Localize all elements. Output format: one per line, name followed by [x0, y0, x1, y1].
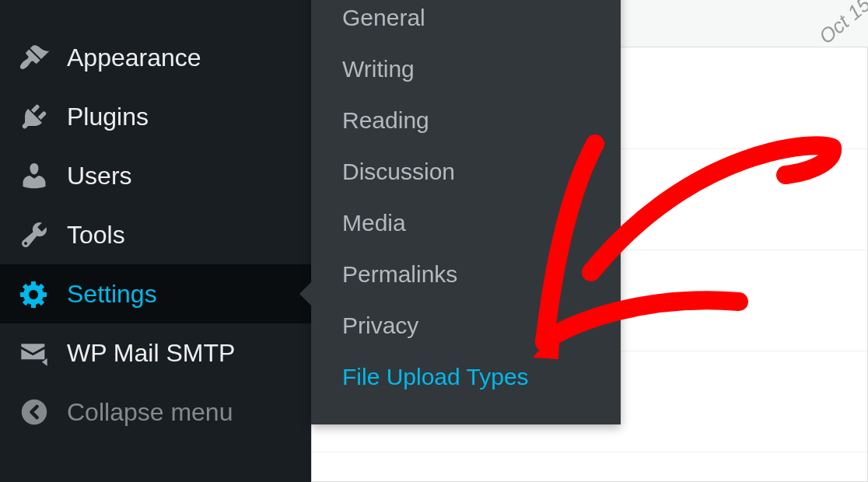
submenu-item-permalinks[interactable]: Permalinks [311, 249, 621, 300]
sidebar-item-label: Settings [67, 280, 157, 309]
settings-submenu: General Writing Reading Discussion Media… [311, 0, 621, 424]
submenu-item-media[interactable]: Media [311, 197, 621, 249]
submenu-item-general[interactable]: General [311, 0, 621, 44]
sidebar-item-label: Plugins [67, 103, 149, 131]
collapse-label: Collapse menu [67, 398, 233, 427]
sidebar-item-settings[interactable]: Settings [0, 264, 311, 323]
collapse-menu-button[interactable]: Collapse menu [0, 382, 311, 442]
sidebar-item-label: Appearance [67, 44, 201, 72]
collapse-icon [19, 396, 50, 428]
submenu-item-file-upload-types[interactable]: File Upload Types [311, 351, 621, 403]
tools-icon [19, 219, 50, 250]
row-divider [312, 452, 867, 452]
sidebar-item-label: Users [67, 162, 132, 190]
sidebar-item-appearance[interactable]: Appearance [0, 28, 311, 87]
sidebar-item-wp-mail-smtp[interactable]: WP Mail SMTP [0, 323, 311, 382]
sidebar-item-tools[interactable]: Tools [0, 205, 311, 264]
date-label-oct-15: Oct 15 [814, 0, 868, 49]
submenu-item-writing[interactable]: Writing [311, 44, 621, 95]
sidebar-item-label: WP Mail SMTP [67, 339, 235, 368]
sidebar-item-plugins[interactable]: Plugins [0, 87, 311, 146]
submenu-item-discussion[interactable]: Discussion [311, 146, 621, 197]
sidebar-item-users[interactable]: Users [0, 146, 311, 205]
settings-icon [19, 278, 50, 309]
submenu-item-reading[interactable]: Reading [311, 95, 621, 146]
plugins-icon [19, 101, 50, 132]
wp-mail-smtp-icon [19, 337, 50, 368]
admin-sidebar: Appearance Plugins Users Tools Settings [0, 0, 311, 482]
svg-point-0 [22, 400, 47, 424]
submenu-item-privacy[interactable]: Privacy [311, 300, 621, 351]
sidebar-item-label: Tools [67, 221, 125, 250]
appearance-icon [19, 42, 50, 73]
users-icon [19, 160, 50, 191]
